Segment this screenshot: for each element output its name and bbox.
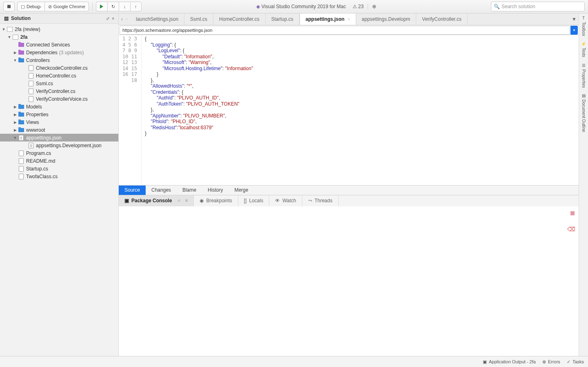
- appsettings-dev-file[interactable]: ▶{}appsettings.Development.json: [0, 141, 118, 149]
- dependencies-node[interactable]: ▶Dependencies (3 updates): [0, 49, 118, 56]
- rail-tab-toolbox[interactable]: TToolbox: [581, 16, 586, 36]
- cs-file-icon: [29, 96, 33, 102]
- folder-icon: [18, 128, 24, 132]
- editor-bottom-tabs: SourceChangesBlameHistoryMerge: [119, 185, 579, 195]
- nav-back-icon[interactable]: ‹: [121, 16, 123, 22]
- controllers-file[interactable]: ▶Ssml.cs: [0, 80, 118, 87]
- editor-view-tab[interactable]: Merge: [229, 186, 254, 195]
- restart-button[interactable]: ↻: [107, 2, 119, 11]
- cs-file-icon: [29, 65, 33, 71]
- controllers-file[interactable]: ▶VerifyControllerVoice.cs: [0, 95, 118, 103]
- pin-icon[interactable]: ⤢: [106, 16, 109, 21]
- readme-file[interactable]: ▶README.md: [0, 157, 118, 165]
- panel-icon: []: [244, 198, 247, 203]
- pin-icon[interactable]: ⤢: [178, 199, 181, 203]
- solution-root[interactable]: ▼2fa (review): [0, 25, 118, 33]
- panel-icon: ▣: [124, 198, 129, 203]
- views-folder[interactable]: ▶Views: [0, 118, 118, 126]
- stop-button[interactable]: [3, 2, 15, 11]
- bottom-panel-tabs: ▣Package Console⤢×◉Breakpoints[]Locals👁W…: [119, 195, 579, 206]
- program-file[interactable]: ▶Program.cs: [0, 149, 118, 157]
- schema-dropdown-icon[interactable]: ▼: [570, 26, 578, 35]
- window-title-area: ◆ Visual Studio Community 2019 for Mac ⚠…: [144, 4, 488, 9]
- bottom-panel-tab[interactable]: ⤳Threads: [302, 195, 339, 206]
- controllers-file[interactable]: ▶VerifyController.cs: [0, 87, 118, 95]
- controllers-file[interactable]: ▶HomeController.cs: [0, 72, 118, 80]
- panel-icon: ⤳: [308, 198, 312, 203]
- solution-tree: ▼2fa (review) ▼2fa ▶Connected Services ▶…: [0, 24, 118, 356]
- startup-file[interactable]: ▶Startup.cs: [0, 165, 118, 172]
- run-button[interactable]: [96, 2, 107, 11]
- search-solution[interactable]: 🔍 Search solution: [491, 2, 585, 11]
- rail-tab-properties[interactable]: ☰Properties: [581, 63, 586, 88]
- check-icon: ✓: [567, 359, 570, 365]
- editor-tab[interactable]: appsettings.Developm: [356, 13, 417, 25]
- rail-icon: ☰: [582, 63, 586, 68]
- solution-sidebar: ▤ Solution ⤢ × ▼2fa (review) ▼2fa ▶Conne…: [0, 13, 119, 356]
- rail-tab-document-outline[interactable]: ▤Document Outline: [581, 93, 586, 132]
- bottom-panel-tab[interactable]: ▣Package Console⤢×: [119, 195, 194, 206]
- schema-combo[interactable]: https://json.schemastore.org/appsettings…: [120, 26, 570, 35]
- status-errors[interactable]: ⊗Errors: [542, 359, 560, 365]
- editor-view-tab[interactable]: Blame: [177, 186, 202, 195]
- bottom-panel-tab[interactable]: ◉Breakpoints: [194, 195, 238, 206]
- editor-view-tab[interactable]: History: [202, 186, 229, 195]
- status-tasks[interactable]: ✓Tasks: [567, 359, 584, 365]
- step-into-button[interactable]: ↓: [119, 2, 130, 11]
- rail-tab-tests[interactable]: ⚡Tests: [581, 42, 586, 57]
- vs-logo-icon: ◆: [256, 4, 260, 9]
- properties-folder[interactable]: ▶Properties: [0, 111, 118, 118]
- nav-fwd-icon[interactable]: ›: [126, 16, 128, 22]
- search-placeholder: Search solution: [501, 4, 535, 9]
- editor-tab[interactable]: Ssml.cs: [184, 13, 213, 25]
- wwwroot-folder[interactable]: ▶wwwroot: [0, 126, 118, 134]
- appsettings-file[interactable]: ▼{}appsettings.json: [0, 134, 118, 141]
- controllers-folder[interactable]: ▼Controllers: [0, 56, 118, 64]
- play-icon: [100, 4, 103, 9]
- editor-tab[interactable]: Startup.cs: [266, 13, 300, 25]
- stop-icon: [7, 5, 11, 8]
- bottom-panel-tab[interactable]: []Locals: [238, 195, 269, 206]
- clear-console-icon[interactable]: ⌫: [567, 226, 575, 232]
- twofa-file[interactable]: ▶TwofaClass.cs: [0, 172, 118, 180]
- tabs-dropdown[interactable]: ▼: [570, 13, 579, 25]
- schema-bar: https://json.schemastore.org/appsettings…: [119, 25, 579, 35]
- json-file-icon: {}: [29, 143, 33, 148]
- status-output[interactable]: ▣Application Output - 2fa: [483, 359, 536, 365]
- config-selector[interactable]: ▢ Debug ›: [17, 2, 44, 11]
- editor-tab[interactable]: appsettings.json○: [300, 13, 356, 25]
- add-target-icon[interactable]: ⊕: [372, 4, 376, 9]
- close-panel-icon[interactable]: ×: [112, 16, 114, 21]
- stop-indicator-icon[interactable]: [570, 211, 575, 215]
- solution-panel-header[interactable]: ▤ Solution ⤢ ×: [0, 13, 118, 24]
- bottom-panel-tab[interactable]: 👁Watch: [269, 195, 302, 206]
- package-console-body[interactable]: ⌫: [119, 206, 579, 356]
- solution-icon: [7, 27, 13, 32]
- folder-icon: [18, 105, 24, 109]
- warning-icon: ⚠: [353, 4, 357, 9]
- connected-services[interactable]: ▶Connected Services: [0, 41, 118, 49]
- run-config-group: ▢ Debug › ⊘ Google Chrome: [17, 2, 89, 11]
- window-title: Visual Studio Community 2019 for Mac: [262, 4, 346, 9]
- target-selector[interactable]: ⊘ Google Chrome: [44, 2, 89, 11]
- json-file-icon: {}: [19, 135, 24, 141]
- editor-tab[interactable]: HomeController.cs: [213, 13, 266, 25]
- cs-file-icon: [19, 174, 24, 179]
- editor-zone: ‹ › launchSettings.jsonSsml.csHomeContro…: [119, 13, 579, 356]
- code-editor[interactable]: 1 2 3 4 5 6 7 8 9 10 11 12 13 14 15 16 1…: [119, 35, 579, 185]
- editor-view-tab[interactable]: Source: [119, 186, 146, 195]
- controllers-file[interactable]: ▶CheckcodeController.cs: [0, 64, 118, 72]
- project-node[interactable]: ▼2fa: [0, 33, 118, 41]
- folder-icon: [18, 120, 24, 124]
- step-out-button[interactable]: ↑: [130, 2, 142, 11]
- debug-actions: ↻ ↓ ↑: [96, 2, 142, 11]
- editor-tab[interactable]: launchSettings.json: [130, 13, 184, 25]
- code-content[interactable]: { "Logging": { "LogLevel": { "Default": …: [142, 35, 579, 185]
- models-folder[interactable]: ▶Models: [0, 103, 118, 111]
- editor-view-tab[interactable]: Changes: [146, 186, 177, 195]
- cs-file-icon: [29, 73, 33, 79]
- editor-tab[interactable]: VerifyController.cs: [416, 13, 468, 25]
- folder-icon: [18, 113, 24, 117]
- rail-icon: ▤: [582, 93, 586, 98]
- close-icon[interactable]: ×: [185, 198, 188, 203]
